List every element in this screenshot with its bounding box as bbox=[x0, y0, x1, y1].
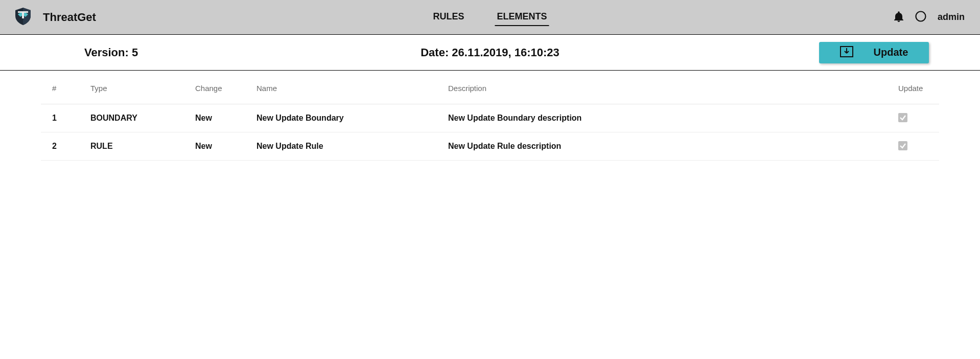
update-button[interactable]: Update bbox=[819, 42, 929, 63]
update-checkbox[interactable] bbox=[898, 113, 907, 122]
cell-num: 2 bbox=[41, 132, 85, 161]
col-header-description: Description bbox=[443, 71, 893, 104]
info-bar: Version: 5 Date: 26.11.2019, 16:10:23 Up… bbox=[0, 35, 980, 71]
date-label: Date: bbox=[421, 46, 449, 59]
updates-table-wrap: # Type Change Name Description Update 1B… bbox=[0, 71, 980, 161]
col-header-type: Type bbox=[85, 71, 190, 104]
date-value: 26.11.2019, 16:10:23 bbox=[452, 46, 559, 59]
topbar-right: admin bbox=[894, 11, 965, 24]
date-block: Date: 26.11.2019, 16:10:23 bbox=[421, 46, 559, 59]
cell-update bbox=[893, 132, 939, 161]
update-checkbox[interactable] bbox=[898, 141, 907, 150]
cell-type: BOUNDARY bbox=[85, 104, 190, 132]
cell-name: New Update Boundary bbox=[251, 104, 443, 132]
cell-description: New Update Boundary description bbox=[443, 104, 893, 132]
col-header-name: Name bbox=[251, 71, 443, 104]
svg-rect-1 bbox=[22, 11, 24, 18]
download-icon bbox=[840, 46, 853, 59]
col-header-update: Update bbox=[893, 71, 939, 104]
app-logo-icon bbox=[15, 8, 31, 27]
top-bar: ThreatGet RULES ELEMENTS admin bbox=[0, 0, 980, 35]
table-header-row: # Type Change Name Description Update bbox=[41, 71, 939, 104]
app-name: ThreatGet bbox=[43, 11, 96, 24]
nav-tabs: RULES ELEMENTS bbox=[431, 8, 549, 26]
cell-change: New bbox=[190, 104, 251, 132]
cell-type: RULE bbox=[85, 132, 190, 161]
version-value: 5 bbox=[132, 46, 138, 59]
cell-name: New Update Rule bbox=[251, 132, 443, 161]
svg-point-2 bbox=[916, 11, 925, 21]
version-label: Version: bbox=[84, 46, 129, 59]
version-block: Version: 5 bbox=[84, 46, 138, 59]
tab-elements[interactable]: ELEMENTS bbox=[495, 8, 549, 26]
user-circle-icon[interactable] bbox=[915, 11, 926, 24]
table-row: 1BOUNDARYNewNew Update BoundaryNew Updat… bbox=[41, 104, 939, 132]
col-header-change: Change bbox=[190, 71, 251, 104]
updates-table: # Type Change Name Description Update 1B… bbox=[41, 71, 939, 161]
cell-description: New Update Rule description bbox=[443, 132, 893, 161]
logo-and-name: ThreatGet bbox=[15, 8, 96, 27]
cell-num: 1 bbox=[41, 104, 85, 132]
user-name-label[interactable]: admin bbox=[938, 12, 965, 23]
cell-update bbox=[893, 104, 939, 132]
bell-icon[interactable] bbox=[894, 11, 904, 24]
update-button-label: Update bbox=[874, 47, 908, 58]
table-row: 2RULENewNew Update RuleNew Update Rule d… bbox=[41, 132, 939, 161]
cell-change: New bbox=[190, 132, 251, 161]
col-header-num: # bbox=[41, 71, 85, 104]
tab-rules[interactable]: RULES bbox=[431, 8, 466, 26]
